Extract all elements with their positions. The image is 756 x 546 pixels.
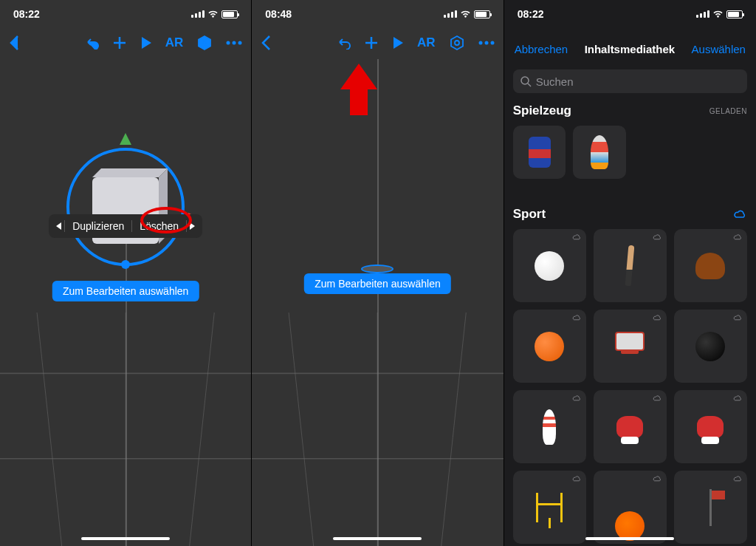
battery-icon — [726, 10, 743, 18]
svg-point-14 — [478, 41, 482, 45]
scene-origin-marker[interactable] — [361, 265, 394, 273]
home-indicator[interactable] — [81, 537, 170, 540]
settings-button[interactable] — [449, 35, 465, 51]
undo-button[interactable] — [84, 36, 99, 50]
hoop-icon — [615, 332, 645, 361]
battery-icon — [474, 10, 490, 18]
cloud-icon — [571, 233, 582, 241]
settings-button[interactable] — [196, 35, 213, 51]
ar-button[interactable]: AR — [417, 35, 436, 50]
library-item-nutcracker[interactable] — [513, 126, 566, 179]
bat-icon — [625, 245, 635, 286]
svg-point-16 — [490, 41, 494, 45]
library-item-bowlingpin[interactable] — [513, 390, 586, 463]
library-item-glove[interactable] — [674, 229, 747, 302]
rocket-icon — [591, 135, 608, 169]
play-button[interactable] — [140, 36, 152, 50]
svg-point-13 — [455, 41, 459, 45]
search-input[interactable]: Suchen — [513, 69, 747, 93]
svg-point-15 — [484, 41, 488, 45]
cloud-icon — [571, 475, 582, 482]
svg-line-8 — [199, 313, 251, 546]
wifi-icon — [207, 10, 219, 18]
more-button[interactable] — [226, 41, 242, 45]
toolbar: AR — [0, 27, 251, 59]
y-axis-handle[interactable] — [120, 133, 131, 145]
duplicate-button[interactable]: Duplizieren — [65, 220, 131, 232]
cloud-icon — [571, 314, 582, 321]
status-bar: 08:22 — [0, 0, 251, 24]
library-header: Abbrechen Inhaltsmediathek Auswählen — [504, 33, 756, 65]
svg-line-5 — [37, 313, 89, 546]
back-button[interactable] — [9, 35, 19, 51]
select-button[interactable]: Auswählen — [692, 43, 746, 55]
status-time: 08:22 — [518, 8, 544, 20]
annotation-highlight-circle — [140, 207, 192, 233]
library-item-bowlingball[interactable] — [674, 310, 747, 383]
battery-icon — [221, 10, 238, 18]
goalpost-icon — [536, 493, 563, 522]
flag-icon — [709, 489, 712, 526]
status-time: 08:22 — [13, 8, 40, 20]
search-icon — [520, 76, 532, 87]
status-icons — [444, 10, 490, 18]
signal-icon — [444, 10, 457, 18]
library-item-bat[interactable] — [594, 229, 667, 302]
svg-point-3 — [238, 41, 242, 45]
edit-hint-label[interactable]: Zum Bearbeiten auswählen — [304, 273, 450, 294]
boxing-glove-icon — [616, 416, 643, 438]
cloud-icon — [652, 475, 662, 482]
cloud-icon — [652, 314, 662, 321]
svg-line-18 — [289, 313, 340, 546]
svg-point-1 — [227, 41, 230, 45]
basketball-icon — [535, 332, 564, 361]
library-item-basketball[interactable] — [513, 310, 586, 383]
axis-line — [377, 59, 379, 546]
undo-button[interactable] — [336, 36, 351, 50]
more-button[interactable] — [478, 41, 495, 45]
menu-prev-icon[interactable] — [56, 222, 61, 230]
baseball-icon — [535, 251, 564, 281]
nutcracker-icon — [529, 137, 551, 168]
cloud-icon — [732, 314, 743, 321]
status-icons — [696, 10, 743, 18]
cloud-download-icon[interactable] — [732, 209, 747, 219]
wifi-icon — [712, 10, 724, 18]
home-indicator[interactable] — [333, 537, 422, 540]
cancel-button[interactable]: Abbrechen — [515, 43, 568, 55]
play-button[interactable] — [392, 36, 404, 50]
category-title: Sport — [513, 207, 546, 222]
status-bar: 08:22 — [504, 0, 756, 24]
library-item-rocket[interactable] — [573, 126, 626, 179]
library-item-boxing-glove-l[interactable] — [594, 390, 667, 463]
glove-icon — [695, 253, 725, 279]
library-item-baseball[interactable] — [513, 229, 586, 302]
ar-button[interactable]: AR — [165, 35, 184, 50]
boxing-glove-icon — [697, 416, 724, 438]
library-item-boxing-glove-r[interactable] — [674, 390, 747, 463]
status-icons — [191, 10, 238, 18]
bowlingpin-icon — [543, 409, 556, 445]
category-status: GELADEN — [709, 107, 747, 115]
category-toys: Spielzeug GELADEN — [513, 103, 747, 179]
cloud-icon — [732, 233, 743, 241]
back-button[interactable] — [261, 35, 271, 51]
home-indicator[interactable] — [585, 537, 674, 540]
status-bar: 08:48 — [252, 0, 503, 24]
edit-hint-label[interactable]: Zum Bearbeiten auswählen — [52, 281, 199, 301]
add-button[interactable] — [364, 35, 379, 50]
svg-line-4 — [0, 313, 52, 546]
svg-line-21 — [452, 313, 504, 546]
library-item-ball[interactable] — [594, 471, 667, 544]
origin-handle[interactable] — [121, 260, 130, 269]
bowlingball-icon — [695, 332, 725, 361]
toolbar: AR — [252, 27, 503, 59]
svg-line-7 — [162, 313, 214, 546]
library-item-hoop[interactable] — [594, 310, 667, 383]
library-item-flag[interactable] — [674, 471, 747, 544]
cloud-icon — [652, 395, 662, 402]
ball-icon — [615, 511, 645, 541]
add-button[interactable] — [112, 35, 127, 50]
cloud-icon — [652, 233, 662, 241]
library-item-goalpost[interactable] — [513, 471, 586, 544]
